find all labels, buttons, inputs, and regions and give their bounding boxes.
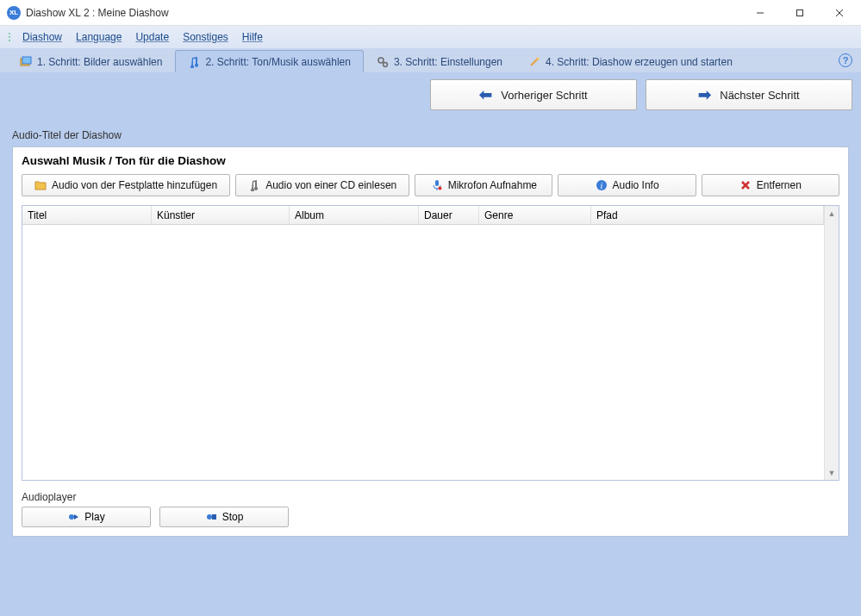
- microphone-record-button[interactable]: Mikrofon Aufnahme: [415, 174, 552, 196]
- content-area: Audio-Titel der Diashow Auswahl Musik / …: [0, 117, 861, 616]
- menubar: Diashow Language Update Sonstiges Hilfe: [0, 26, 861, 48]
- arrow-left-icon: ⬅: [479, 85, 492, 104]
- svg-marker-18: [74, 514, 78, 520]
- section-label: Audio-Titel der Diashow: [12, 129, 849, 141]
- step-tab-2[interactable]: 2. Schritt: Ton/Musik auswählen: [175, 50, 364, 72]
- microphone-record-label: Mikrofon Aufnahme: [448, 179, 537, 191]
- panel-heading: Auswahl Musik / Ton für die Diashow: [22, 154, 839, 167]
- stop-icon: [205, 511, 217, 523]
- step-tabs: 1. Schritt: Bilder auswählen 2. Schritt:…: [0, 48, 861, 72]
- audioplayer-label: Audioplayer: [22, 491, 839, 503]
- svg-line-8: [531, 59, 538, 65]
- table-body[interactable]: [22, 225, 824, 480]
- svg-point-12: [438, 187, 441, 190]
- menu-update[interactable]: Update: [130, 29, 174, 45]
- svg-point-9: [537, 57, 540, 59]
- add-from-cd-button[interactable]: Audio von einer CD einlesen: [235, 174, 409, 196]
- menu-grip: [9, 33, 10, 41]
- svg-point-17: [69, 514, 74, 520]
- step-tab-4[interactable]: 4. Schritt: Diashow erzeugen und starten: [515, 50, 746, 72]
- play-button[interactable]: Play: [22, 507, 151, 527]
- menu-sonstiges[interactable]: Sonstiges: [178, 29, 234, 45]
- titlebar: XL Diashow XL 2 : Meine Diashow: [0, 0, 861, 26]
- maximize-button[interactable]: [780, 0, 820, 26]
- step-tab-1-label: 1. Schritt: Bilder auswählen: [37, 56, 162, 68]
- col-kuenstler[interactable]: Künstler: [152, 206, 290, 224]
- remove-button[interactable]: Entfernen: [702, 174, 839, 196]
- next-step-label: Nächster Schritt: [720, 89, 799, 102]
- audio-panel: Auswahl Musik / Ton für die Diashow Audi…: [12, 146, 849, 537]
- info-icon: i: [596, 179, 608, 191]
- prev-step-label: Vorheriger Schritt: [501, 89, 587, 102]
- svg-point-6: [378, 58, 384, 63]
- remove-label: Entfernen: [757, 179, 802, 191]
- scroll-down-icon[interactable]: ▼: [825, 465, 839, 480]
- window-title: Diashow XL 2 : Meine Diashow: [26, 7, 740, 19]
- svg-point-19: [207, 514, 212, 520]
- svg-rect-1: [797, 9, 803, 16]
- svg-rect-20: [212, 514, 216, 520]
- images-icon: [20, 56, 32, 68]
- gears-icon: [377, 56, 389, 68]
- col-dauer[interactable]: Dauer: [419, 206, 479, 224]
- folder-icon: [34, 179, 47, 191]
- svg-rect-10: [435, 180, 439, 186]
- step-tab-1[interactable]: 1. Schritt: Bilder auswählen: [7, 50, 175, 72]
- step-tab-3[interactable]: 3. Schritt: Einstellungen: [364, 50, 515, 72]
- svg-text:i: i: [600, 181, 602, 190]
- menu-hilfe[interactable]: Hilfe: [237, 29, 268, 45]
- audio-table: Titel Künstler Album Dauer Genre Pfad ▲ …: [22, 205, 839, 481]
- minimize-button[interactable]: [740, 0, 780, 26]
- audio-info-button[interactable]: i Audio Info: [558, 174, 696, 196]
- play-label: Play: [84, 511, 104, 523]
- audio-toolbar: Audio von der Festplatte hinzufügen Audi…: [22, 174, 839, 196]
- svg-point-7: [384, 62, 388, 66]
- wand-icon: [528, 56, 540, 68]
- remove-x-icon: [739, 179, 752, 191]
- close-button[interactable]: [820, 0, 859, 26]
- step-tab-4-label: 4. Schritt: Diashow erzeugen und starten: [546, 56, 733, 68]
- menu-diashow[interactable]: Diashow: [17, 29, 67, 45]
- next-step-button[interactable]: ➡ Nächster Schritt: [646, 79, 852, 110]
- nav-row: ⬅ Vorheriger Schritt ➡ Nächster Schritt: [0, 72, 861, 117]
- audio-info-label: Audio Info: [613, 179, 659, 191]
- add-from-disk-label: Audio von der Festplatte hinzufügen: [52, 179, 217, 191]
- step-tab-2-label: 2. Schritt: Ton/Musik auswählen: [205, 56, 351, 68]
- play-icon: [67, 511, 79, 523]
- table-header: Titel Künstler Album Dauer Genre Pfad: [22, 206, 824, 225]
- stop-button[interactable]: Stop: [159, 507, 289, 527]
- scroll-track[interactable]: [825, 221, 839, 465]
- menu-language[interactable]: Language: [71, 29, 127, 45]
- add-from-disk-button[interactable]: Audio von der Festplatte hinzufügen: [22, 174, 230, 196]
- arrow-right-icon: ➡: [698, 85, 711, 104]
- col-pfad[interactable]: Pfad: [591, 206, 824, 224]
- help-button[interactable]: ?: [839, 53, 852, 67]
- svg-rect-5: [22, 57, 31, 64]
- col-album[interactable]: Album: [290, 206, 419, 224]
- scrollbar[interactable]: ▲ ▼: [824, 206, 839, 480]
- audioplayer-controls: Play Stop: [22, 507, 839, 527]
- stop-label: Stop: [222, 511, 244, 523]
- scroll-up-icon[interactable]: ▲: [825, 206, 839, 221]
- microphone-icon: [431, 179, 443, 191]
- prev-step-button[interactable]: ⬅ Vorheriger Schritt: [430, 79, 637, 110]
- col-genre[interactable]: Genre: [479, 206, 591, 224]
- add-from-cd-label: Audio von einer CD einlesen: [265, 179, 396, 191]
- step-tab-3-label: 3. Schritt: Einstellungen: [394, 56, 502, 68]
- col-titel[interactable]: Titel: [22, 206, 152, 224]
- music-note-icon: [188, 56, 200, 68]
- app-icon: XL: [7, 6, 21, 20]
- music-note-icon: [248, 179, 260, 191]
